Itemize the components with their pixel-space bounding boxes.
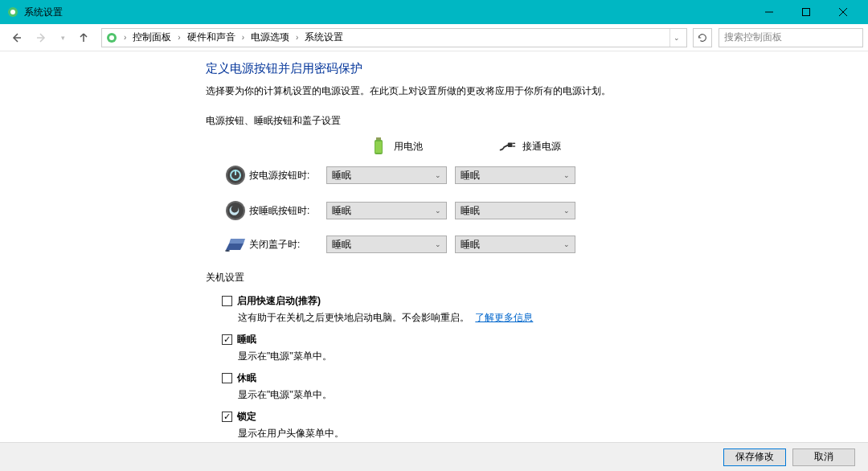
content-area: 定义电源按钮并启用密码保护 选择要为你的计算机设置的电源设置。在此页上对设置所做… [0,51,868,442]
sleep-button-row: 按睡眠按钮时: 睡眠 ⌄ 睡眠 ⌄ [222,200,672,221]
power-button-label: 按电源按钮时: [249,169,326,182]
power-button-battery-select[interactable]: 睡眠 ⌄ [326,166,447,184]
save-button[interactable]: 保存修改 [723,448,786,466]
svg-rect-3 [803,9,810,16]
forward-button[interactable] [31,27,53,49]
window-title: 系统设置 [24,6,63,19]
search-placeholder: 搜索控制面板 [724,31,782,44]
lid-battery-select[interactable]: 睡眠 ⌄ [326,236,447,253]
svg-point-22 [225,250,230,252]
fast-startup-checkbox[interactable] [222,296,232,306]
power-button-row: 按电源按钮时: 睡眠 ⌄ 睡眠 ⌄ [222,165,672,186]
breadcrumb-item[interactable]: 系统设置 [302,29,346,46]
navbar: ▾ › 控制面板 › 硬件和声音 › 电源选项 › 系统设置 ⌄ 搜索控制面板 [0,24,868,51]
breadcrumb-dropdown[interactable]: ⌄ [669,29,683,47]
hibernate-label: 休眠 [237,371,256,385]
breadcrumb-item[interactable]: 控制面板 [130,29,174,46]
chevron-down-icon: ⌄ [435,171,441,179]
search-input[interactable]: 搜索控制面板 [719,28,863,47]
recent-dropdown[interactable]: ▾ [56,27,69,49]
breadcrumb-separator: › [242,33,244,42]
power-section-heading: 电源按钮、睡眠按钮和盖子设置 [206,114,672,128]
plugged-header: 接通电源 [522,140,561,154]
chevron-down-icon: ⌄ [435,240,441,248]
sleep-desc: 显示在"电源"菜单中。 [238,350,672,363]
battery-header: 用电池 [394,140,423,154]
svg-rect-12 [375,141,382,153]
chevron-down-icon: ⌄ [563,207,570,215]
breadcrumb-item[interactable]: 硬件和声音 [185,29,238,46]
fast-startup-label: 启用快速启动(推荐) [237,294,321,308]
sleep-button-label: 按睡眠按钮时: [249,204,326,218]
learn-more-link[interactable]: 了解更多信息 [475,312,533,323]
fast-startup-desc: 这有助于在关机之后更快地启动电脑。不会影响重启。 了解更多信息 [238,311,672,325]
chevron-down-icon: ⌄ [563,171,570,179]
up-button[interactable] [72,27,95,49]
page-description: 选择要为你的计算机设置的电源设置。在此页上对设置所做的更改将应用于你所有的电源计… [206,84,672,98]
cancel-button[interactable]: 取消 [792,448,855,466]
lock-label: 锁定 [237,410,256,424]
sleep-checkbox[interactable] [222,334,232,345]
power-settings-table: 用电池 接通电源 按电源按钮时: 睡眠 ⌄ [222,137,672,253]
svg-point-1 [10,10,15,14]
shutdown-section-heading: 关机设置 [206,271,672,285]
chevron-down-icon: ⌄ [563,240,570,248]
sleep-button-battery-select[interactable]: 睡眠 ⌄ [326,202,447,219]
sleep-icon [222,200,249,221]
lid-label: 关闭盖子时: [249,238,326,252]
power-button-plugged-select[interactable]: 睡眠 ⌄ [455,166,575,184]
breadcrumb-separator: › [296,33,298,42]
sleep-row: 睡眠 [222,333,672,346]
svg-point-9 [109,35,114,40]
refresh-button[interactable] [693,28,712,47]
sleep-label: 睡眠 [237,333,256,346]
power-icon [222,165,249,186]
svg-rect-13 [508,142,513,147]
chevron-down-icon: ⌄ [435,207,441,215]
plug-icon [498,137,516,155]
breadcrumb-root-icon [105,31,118,44]
lock-desc: 显示在用户头像菜单中。 [238,427,672,440]
page-title: 定义电源按钮并启用密码保护 [206,61,672,76]
lid-row: 关闭盖子时: 睡眠 ⌄ 睡眠 ⌄ [222,236,672,253]
back-button[interactable] [5,27,27,49]
close-button[interactable] [825,0,862,24]
hibernate-checkbox[interactable] [222,373,232,383]
lock-row: 锁定 [222,410,672,424]
footer-bar: 保存修改 取消 [0,442,868,471]
lock-checkbox[interactable] [222,412,232,422]
app-icon [6,6,19,18]
fast-startup-row: 启用快速启动(推荐) [222,294,672,308]
battery-icon [370,137,387,155]
breadcrumb-separator: › [178,33,180,42]
sleep-button-plugged-select[interactable]: 睡眠 ⌄ [455,202,575,219]
hibernate-desc: 显示在"电源"菜单中。 [238,388,672,402]
titlebar: 系统设置 [0,0,868,24]
svg-rect-10 [376,137,381,140]
lid-plugged-select[interactable]: 睡眠 ⌄ [455,236,575,253]
breadcrumb-item[interactable]: 电源选项 [248,29,292,46]
breadcrumb-separator: › [124,33,126,42]
minimize-button[interactable] [751,0,788,24]
hibernate-row: 休眠 [222,371,672,385]
maximize-button[interactable] [788,0,825,24]
lid-icon [222,236,249,253]
breadcrumb-bar[interactable]: › 控制面板 › 硬件和声音 › 电源选项 › 系统设置 ⌄ [101,28,687,47]
